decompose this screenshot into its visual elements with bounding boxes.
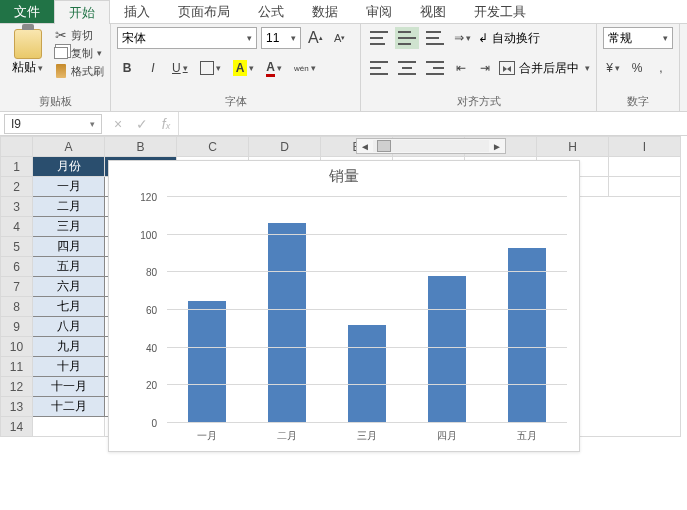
format-painter-button[interactable]: 格式刷 [53, 63, 104, 79]
cell[interactable]: 十月 [33, 357, 105, 377]
font-color-button[interactable]: A [263, 57, 285, 79]
wrap-text-button[interactable]: ↲ 自动换行 [478, 27, 540, 49]
horizontal-scrollbar[interactable]: ◄ ► [356, 138, 506, 154]
cell[interactable]: 六月 [33, 277, 105, 297]
tab-view[interactable]: 视图 [406, 0, 460, 23]
col-header[interactable]: B [105, 137, 177, 157]
phonetic-button[interactable]: wén [291, 57, 319, 79]
row-header[interactable]: 3 [1, 197, 33, 217]
row-header[interactable]: 8 [1, 297, 33, 317]
align-bottom-button[interactable] [423, 27, 447, 49]
row-header[interactable]: 1 [1, 157, 33, 177]
cell[interactable]: 十一月 [33, 377, 105, 397]
tab-formulas[interactable]: 公式 [244, 0, 298, 23]
row-header[interactable]: 5 [1, 237, 33, 257]
underline-button[interactable]: U [169, 57, 191, 79]
tab-page-layout[interactable]: 页面布局 [164, 0, 244, 23]
col-header[interactable]: D [249, 137, 321, 157]
cell[interactable]: 九月 [33, 337, 105, 357]
cancel-formula-button[interactable]: × [106, 116, 130, 132]
row-header[interactable]: 6 [1, 257, 33, 277]
font-name-combo[interactable]: 宋体▾ [117, 27, 257, 49]
cell[interactable]: 二月 [33, 197, 105, 217]
col-header[interactable]: A [33, 137, 105, 157]
scroll-right-button[interactable]: ► [489, 141, 505, 152]
align-center-button[interactable] [395, 57, 419, 79]
chart-bar[interactable] [508, 248, 546, 423]
cut-button[interactable]: ✂ 剪切 [53, 27, 104, 43]
row-header[interactable]: 13 [1, 397, 33, 417]
scroll-left-button[interactable]: ◄ [357, 141, 373, 152]
fx-button[interactable]: fx [154, 116, 178, 132]
copy-button[interactable]: 复制 [53, 45, 104, 61]
align-left-button[interactable] [367, 57, 391, 79]
align-middle-button[interactable] [395, 27, 419, 49]
name-box[interactable]: I9 ▾ [4, 114, 102, 134]
cell[interactable] [609, 157, 681, 177]
cell[interactable]: 七月 [33, 297, 105, 317]
wrap-icon: ↲ [478, 31, 488, 45]
row-header[interactable]: 4 [1, 217, 33, 237]
grow-font-button[interactable]: A▴ [305, 27, 326, 49]
cell[interactable]: 月份 [33, 157, 105, 177]
embedded-chart[interactable]: 销量 020406080100120 一月二月三月四月五月 [108, 160, 580, 452]
chevron-down-icon: ▾ [247, 33, 252, 43]
chart-bar[interactable] [188, 301, 226, 423]
cell[interactable] [609, 177, 681, 197]
y-tick-label: 60 [146, 305, 157, 316]
col-header[interactable]: C [177, 137, 249, 157]
bold-button[interactable]: B [117, 57, 137, 79]
cell[interactable] [33, 417, 105, 437]
currency-button[interactable]: ¥ [603, 57, 623, 79]
row-header[interactable]: 10 [1, 337, 33, 357]
indent-decrease-button[interactable]: ⇤ [451, 57, 471, 79]
cell[interactable]: 十二月 [33, 397, 105, 417]
row-header[interactable]: 12 [1, 377, 33, 397]
col-header[interactable]: I [609, 137, 681, 157]
cell[interactable]: 八月 [33, 317, 105, 337]
scroll-track[interactable] [373, 140, 489, 152]
orientation-button[interactable]: ⇗ [451, 27, 474, 49]
cell[interactable]: 四月 [33, 237, 105, 257]
tab-home[interactable]: 开始 [54, 0, 110, 24]
paste-button[interactable]: 粘贴 [6, 27, 49, 78]
number-format-combo[interactable]: 常规▾ [603, 27, 673, 49]
gridline [167, 422, 567, 423]
cell[interactable]: 三月 [33, 217, 105, 237]
merge-center-button[interactable]: 合并后居中 [499, 57, 590, 79]
border-button[interactable] [197, 57, 224, 79]
row-header[interactable]: 9 [1, 317, 33, 337]
tab-insert[interactable]: 插入 [110, 0, 164, 23]
font-size-combo[interactable]: 11▾ [261, 27, 301, 49]
tab-review[interactable]: 审阅 [352, 0, 406, 23]
align-right-button[interactable] [423, 57, 447, 79]
italic-button[interactable]: I [143, 57, 163, 79]
tab-developer[interactable]: 开发工具 [460, 0, 540, 23]
row-header[interactable]: 14 [1, 417, 33, 437]
row-header[interactable]: 7 [1, 277, 33, 297]
scroll-thumb[interactable] [377, 140, 391, 152]
formula-input[interactable] [178, 112, 687, 135]
percent-button[interactable]: % [627, 57, 647, 79]
indent-increase-button[interactable]: ⇥ [475, 57, 495, 79]
comma-button[interactable]: , [651, 57, 671, 79]
enter-formula-button[interactable]: ✓ [130, 116, 154, 132]
chart-bar[interactable] [428, 276, 466, 423]
cell[interactable]: 五月 [33, 257, 105, 277]
fill-color-button[interactable]: A [230, 57, 258, 79]
merge-icon [499, 61, 515, 75]
shrink-font-button[interactable]: A▾ [330, 27, 350, 49]
chart-bar[interactable] [268, 223, 306, 423]
file-tab[interactable]: 文件 [0, 0, 54, 23]
tab-data[interactable]: 数据 [298, 0, 352, 23]
select-all-corner[interactable] [1, 137, 33, 157]
font-color-icon: A [266, 60, 275, 77]
y-tick-label: 120 [140, 192, 157, 203]
col-header[interactable]: H [537, 137, 609, 157]
align-right-icon [426, 61, 444, 75]
align-top-button[interactable] [367, 27, 391, 49]
cell[interactable]: 一月 [33, 177, 105, 197]
chart-bar[interactable] [348, 325, 386, 423]
row-header[interactable]: 11 [1, 357, 33, 377]
row-header[interactable]: 2 [1, 177, 33, 197]
